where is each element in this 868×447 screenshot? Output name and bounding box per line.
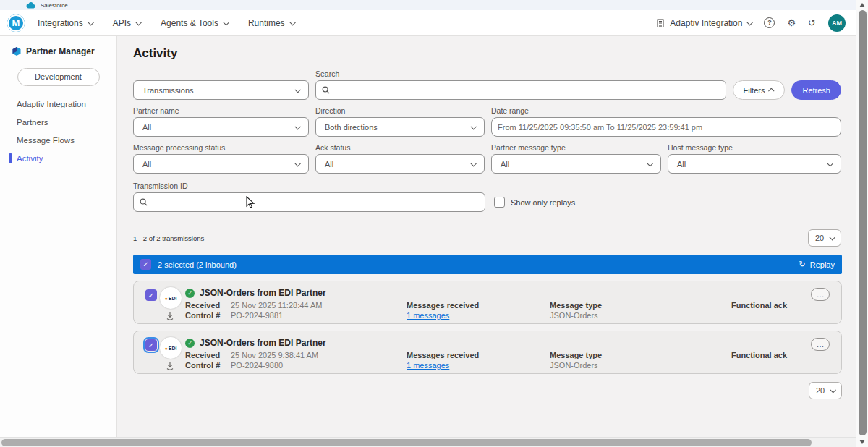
chevron-down-icon	[294, 87, 300, 93]
top-navbar: M Integrations APIs Agents & Tools Runti…	[0, 10, 856, 36]
show-only-replays-checkbox[interactable]	[494, 197, 505, 208]
history-icon[interactable]: ↺	[808, 18, 816, 27]
os-brand-bar: Salesforce	[0, 0, 856, 10]
chevron-down-icon	[294, 124, 300, 129]
mulesoft-logo-icon[interactable]: M	[7, 14, 25, 32]
scroll-up-arrow-icon[interactable]	[859, 3, 865, 7]
chevron-up-icon	[769, 88, 775, 93]
message-type-column: Message type JSON-Orders	[550, 301, 602, 320]
sidebar-item-activity[interactable]: Activity	[0, 150, 116, 166]
replay-icon: ↻	[799, 260, 806, 269]
control-value: PO-2024-9880	[231, 361, 326, 370]
salesforce-cloud-icon	[26, 2, 36, 9]
environment-button[interactable]: Development	[17, 68, 100, 86]
row-actions-menu-button[interactable]: …	[811, 288, 830, 301]
ack-status-select[interactable]: All	[315, 154, 485, 174]
chevron-down-icon	[136, 20, 142, 25]
app-header: Partner Manager	[0, 36, 116, 56]
messages-link[interactable]: 1 messages	[407, 361, 479, 370]
nav-menu-apis[interactable]: APIs	[113, 18, 140, 28]
filter-host-message-type: Host message type All	[668, 143, 841, 174]
page-size-select-bottom[interactable]: 20	[809, 382, 842, 399]
filter-row-2: Message processing status All Ack status…	[133, 143, 841, 174]
transmission-title: JSON-Orders from EDI Partner	[200, 288, 326, 298]
filter-partner-message-type: Partner message type All	[491, 143, 661, 174]
date-range-input[interactable]: From 11/25/2025 09:35:50 am To 11/25/202…	[491, 117, 841, 137]
page-size-select-top[interactable]: 20	[808, 229, 841, 247]
nav-right: Adaptiv Integration ? ⚙ ↺ AM	[656, 14, 846, 32]
partner-logo: ●EDI	[160, 337, 182, 359]
chevron-down-icon	[88, 20, 93, 25]
help-icon[interactable]: ?	[764, 17, 775, 28]
transmission-row[interactable]: ✓ ●EDI ✓ JSON-Orders from EDI Partner Re…	[133, 331, 842, 374]
transmission-row[interactable]: ✓ ●EDI ✓ JSON-Orders from EDI Partner Re…	[133, 281, 842, 324]
bottom-pager: 20	[133, 382, 842, 399]
nav-menu-runtimes[interactable]: Runtimes	[248, 18, 294, 28]
org-name: Adaptiv Integration	[670, 18, 742, 28]
search-box	[315, 80, 726, 100]
chevron-down-icon	[827, 161, 833, 166]
row-actions-menu-button[interactable]: …	[811, 338, 830, 351]
record-type-select[interactable]: Transmissions	[133, 80, 309, 100]
card-main: ✓ JSON-Orders from EDI Partner Received …	[185, 338, 326, 370]
filter-date-range: Date range From 11/25/2025 09:35:50 am T…	[491, 106, 841, 137]
partner-message-type-select[interactable]: All	[491, 154, 661, 174]
results-summary: 1 - 2 of 2 transmissions	[133, 234, 204, 242]
row-checkbox[interactable]: ✓	[145, 339, 157, 351]
nav-menu-integrations[interactable]: Integrations	[38, 18, 93, 28]
messages-column: Messages received 1 messages	[407, 351, 479, 370]
chevron-down-icon	[470, 161, 476, 166]
sidebar-item-message-flows[interactable]: Message Flows	[0, 132, 116, 148]
search-label: Search	[315, 69, 726, 78]
active-indicator	[9, 153, 12, 163]
row-checkbox[interactable]: ✓	[145, 289, 157, 301]
scroll-down-arrow-icon[interactable]	[859, 440, 865, 444]
functional-ack-column: Functional ack	[731, 351, 787, 359]
chevron-down-icon	[829, 234, 835, 240]
select-all-checkbox[interactable]: ✓	[140, 259, 151, 270]
vertical-scrollbar[interactable]	[856, 0, 868, 447]
user-avatar[interactable]: AM	[828, 14, 846, 32]
processing-status-select[interactable]: All	[133, 154, 309, 174]
chevron-down-icon	[747, 20, 753, 25]
success-status-icon: ✓	[185, 339, 195, 348]
chevron-down-icon	[223, 20, 229, 25]
results-row: 1 - 2 of 2 transmissions 20	[133, 229, 841, 247]
nav-menus: Integrations APIs Agents & Tools Runtime…	[38, 18, 294, 28]
horizontal-scroll-thumb[interactable]	[1, 439, 812, 446]
received-label: Received	[185, 301, 231, 310]
chevron-down-icon	[289, 20, 295, 25]
search-icon	[322, 86, 330, 94]
logo-dot-icon: ●	[165, 296, 168, 301]
nav-menu-agents-tools[interactable]: Agents & Tools	[161, 18, 228, 28]
filter-direction: Direction Both directions	[315, 106, 485, 137]
replay-button[interactable]: ↻Replay	[799, 260, 835, 269]
chevron-down-icon	[830, 387, 835, 393]
search-row: Transmissions Search Filters Refresh	[133, 69, 841, 100]
search-input[interactable]	[334, 86, 720, 95]
horizontal-scrollbar[interactable]	[0, 437, 856, 447]
transmission-title: JSON-Orders from EDI Partner	[200, 338, 326, 348]
host-message-type-select[interactable]: All	[668, 154, 841, 174]
filter-processing-status: Message processing status All	[133, 143, 309, 174]
page-title: Activity	[133, 46, 841, 61]
chevron-down-icon	[470, 124, 476, 129]
sidebar-item-partners[interactable]: Partners	[0, 114, 116, 130]
vertical-scroll-thumb[interactable]	[859, 10, 867, 435]
gear-icon[interactable]: ⚙	[787, 18, 796, 27]
transmission-id-input[interactable]	[152, 198, 479, 207]
filters-button[interactable]: Filters	[733, 80, 786, 100]
received-value: 25 Nov 2025 11:28:44 AM	[231, 301, 326, 310]
sidebar-item-adaptiv-integration[interactable]: Adaptiv Integration	[0, 96, 116, 112]
direction-select[interactable]: Both directions	[315, 117, 485, 137]
control-value: PO-2024-9881	[231, 311, 326, 320]
logo-dot-icon: ●	[165, 346, 168, 351]
search-icon	[140, 198, 148, 206]
org-switcher[interactable]: Adaptiv Integration	[656, 18, 752, 28]
selection-bar: ✓ 2 selected (2 inbound) ↻Replay	[133, 255, 842, 274]
filter-ack-status: Ack status All	[315, 143, 485, 174]
refresh-button[interactable]: Refresh	[791, 80, 841, 100]
transmission-id-label: Transmission ID	[133, 182, 485, 190]
partner-name-select[interactable]: All	[133, 117, 309, 137]
messages-link[interactable]: 1 messages	[407, 311, 479, 320]
